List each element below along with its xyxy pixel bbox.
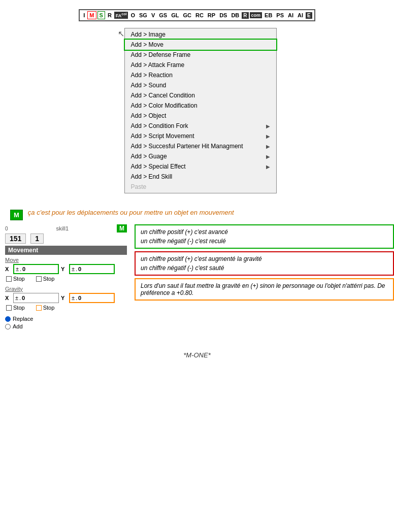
tb-M[interactable]: M xyxy=(87,11,96,19)
menu-add-special-effect[interactable]: Add > Special Effect ▶ xyxy=(125,161,276,172)
panel-title: Movement xyxy=(5,246,127,255)
tb-GL[interactable]: GL xyxy=(170,12,180,19)
tb-GS[interactable]: GS xyxy=(157,12,169,19)
move-y-field[interactable]: ± . 0 xyxy=(69,264,115,274)
tb-DB[interactable]: DB xyxy=(229,12,241,19)
tb-AI[interactable]: AI xyxy=(286,12,295,19)
move-x-field[interactable]: ± . 0 xyxy=(13,264,59,274)
main-panel: 0 skill1 M 151 1 Movement Move X ± . 0 Y… xyxy=(0,224,394,331)
move-x-stop-label: Stop xyxy=(13,276,25,282)
skill-zero-label: 0 xyxy=(5,226,8,231)
m-icon: M xyxy=(10,210,23,220)
menu-add-object[interactable]: Add > Object xyxy=(125,111,276,121)
tb-RC[interactable]: RC xyxy=(194,12,205,19)
gravity-section-label: Gravity xyxy=(5,286,127,292)
skill-label: skill1 xyxy=(56,225,69,231)
tb-GC[interactable]: GC xyxy=(181,12,193,19)
m-legend: M ça c'est pour les déplacements ou pour… xyxy=(0,209,394,220)
frame-value: 151 xyxy=(5,234,26,244)
menu-add-script-movement[interactable]: Add > Script Movement ▶ xyxy=(125,131,276,141)
red-line2: un chiffre négatif (-) c'est sauté xyxy=(141,264,388,272)
gravity-y-zero: 0 xyxy=(78,295,81,301)
frame-row: 151 1 xyxy=(5,234,127,244)
tb-EB[interactable]: EB xyxy=(263,12,274,19)
tb-S[interactable]: S xyxy=(97,11,105,19)
move-x-stop-row: Stop xyxy=(6,276,25,282)
gravity-y-stop-checkbox[interactable] xyxy=(36,305,42,311)
skill-header: 0 skill1 M xyxy=(5,224,127,232)
tb-com[interactable]: com xyxy=(250,12,262,18)
green-annotation: un chiffre positif (+) c'est avancé un c… xyxy=(135,224,394,249)
radio-replace-row: Replace xyxy=(5,316,127,322)
gravity-y-stop-label: Stop xyxy=(43,305,55,311)
menu-add-reaction[interactable]: Add > Reaction xyxy=(125,70,276,80)
context-menu-area: ↖ Add > Image Add > Move Add > Defense F… xyxy=(0,28,394,193)
tb-DS[interactable]: DS xyxy=(218,12,228,19)
frame-index: 1 xyxy=(30,234,44,244)
move-stop-row: Stop Stop xyxy=(5,276,127,284)
move-x-zero: 0 xyxy=(22,266,25,272)
menu-add-color-modification[interactable]: Add > Color Modification xyxy=(125,101,276,111)
gravity-x-stop-label: Stop xyxy=(13,305,25,311)
gravity-x-zero: 0 xyxy=(22,295,25,301)
menu-add-end-skill[interactable]: Add > End Skill xyxy=(125,172,276,182)
gravity-x-pm: ± xyxy=(15,295,18,301)
gravity-x-row: X ± . 0 Y ± . 0 xyxy=(5,293,127,303)
radio-replace[interactable] xyxy=(5,316,11,322)
tb-O[interactable]: O xyxy=(129,12,137,19)
tb-AI2[interactable]: AI xyxy=(296,12,305,19)
tb-R[interactable]: R xyxy=(106,12,113,19)
gravity-x-field[interactable]: ± . 0 xyxy=(13,293,59,303)
radio-add[interactable] xyxy=(5,324,11,329)
toolbar: I M S R FAcol O SG V GS GL GC RC RP DS D… xyxy=(0,5,394,25)
menu-add-image[interactable]: Add > Image xyxy=(125,29,276,40)
menu-add-condition-fork[interactable]: Add > Condition Fork ▶ xyxy=(125,121,276,131)
menu-add-defense-frame[interactable]: Add > Defense Frame xyxy=(125,50,276,60)
gravity-y-field[interactable]: ± . 0 xyxy=(69,293,115,303)
gravity-x-stop-checkbox[interactable] xyxy=(6,305,12,311)
radio-add-label: Add xyxy=(13,323,23,329)
tb-R2[interactable]: R xyxy=(242,12,248,19)
radio-add-row: Add xyxy=(5,323,127,329)
move-y-dot: . xyxy=(76,266,77,272)
tb-E[interactable]: E xyxy=(306,12,312,19)
tb-FA[interactable]: FAcol xyxy=(114,12,128,19)
movement-editor: 0 skill1 M 151 1 Movement Move X ± . 0 Y… xyxy=(5,224,127,331)
menu-add-partner-hit[interactable]: Add > Succesful Partener Hit Managment ▶ xyxy=(125,141,276,151)
tb-SG[interactable]: SG xyxy=(138,12,149,19)
toolbar-box: I M S R FAcol O SG V GS GL GC RC RP DS D… xyxy=(79,9,315,21)
tb-RP[interactable]: RP xyxy=(206,12,217,19)
move-x-pm: ± xyxy=(16,266,19,272)
menu-add-sound[interactable]: Add > Sound xyxy=(125,80,276,90)
tb-I[interactable]: I xyxy=(82,12,86,19)
menu-paste[interactable]: Paste xyxy=(125,182,276,192)
menu-add-attack-frame[interactable]: Add > Attack Frame xyxy=(125,60,276,70)
m-legend-text: ça c'est pour les déplacements ou pour m… xyxy=(28,209,234,216)
m-badge: M xyxy=(117,224,127,232)
gravity-y-dot: . xyxy=(76,295,77,301)
radio-replace-label: Replace xyxy=(13,316,33,322)
move-y-label: Y xyxy=(61,266,67,272)
move-y-stop-row: Stop xyxy=(36,276,55,282)
menu-add-cancel-condition[interactable]: Add > Cancel Condition xyxy=(125,90,276,101)
footer-text: *M-ONE* xyxy=(183,351,210,359)
gravity-stop-row: Stop Stop xyxy=(5,305,127,313)
green-line1: un chiffre positif (+) c'est avancé xyxy=(141,228,388,236)
orange-line1: Lors d'un saut il faut mettre la gravité… xyxy=(141,282,388,296)
move-x-row: X ± . 0 Y ± . 0 xyxy=(5,264,127,274)
move-y-stop-checkbox[interactable] xyxy=(36,276,42,282)
gravity-x-stop-row: Stop xyxy=(6,305,25,311)
context-menu: Add > Image Add > Move Add > Defense Fra… xyxy=(124,28,277,193)
radio-group: Replace Add xyxy=(5,316,127,329)
menu-add-move[interactable]: Add > Move xyxy=(125,40,276,50)
gravity-x-dot: . xyxy=(19,295,21,301)
cursor-icon: ↖ xyxy=(118,28,124,39)
green-line2: un chiffre négatif (-) c'est reculé xyxy=(141,238,388,245)
tb-PS[interactable]: PS xyxy=(275,12,285,19)
move-x-stop-checkbox[interactable] xyxy=(6,276,12,282)
tb-V[interactable]: V xyxy=(150,12,156,19)
menu-add-guage[interactable]: Add > Guage ▶ xyxy=(125,151,276,161)
annotations: un chiffre positif (+) c'est avancé un c… xyxy=(135,224,394,331)
gravity-y-stop-row: Stop xyxy=(36,305,55,311)
gravity-x-label: X xyxy=(5,295,11,301)
